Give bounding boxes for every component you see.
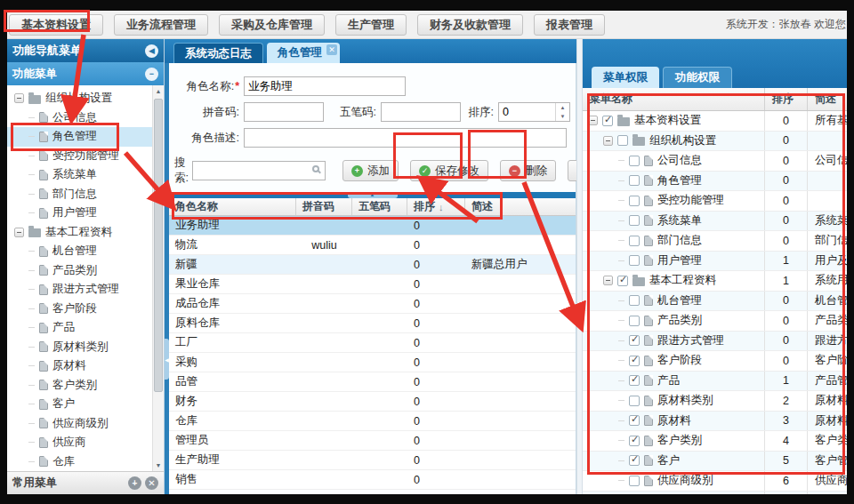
sidebar-item[interactable]: 原材料 [7, 356, 164, 376]
perm-tree-row[interactable]: 公司信息0公司信 [583, 151, 847, 172]
perm-checkbox[interactable] [617, 276, 628, 286]
add-circle-icon[interactable]: + [128, 476, 141, 490]
wubi-input[interactable] [381, 102, 461, 122]
sidebar-item[interactable]: 仓库 [7, 452, 164, 472]
perm-tree-row[interactable]: 机台管理0机台管 [583, 292, 847, 312]
role-name-input[interactable] [244, 76, 406, 96]
sidebar-section-bar[interactable]: 功能菜单 − [7, 62, 164, 85]
perm-tree-row[interactable]: 部门信息0部门信 [583, 231, 847, 252]
search-icon[interactable] [312, 165, 319, 172]
sidebar-item[interactable]: 供应商级别 [7, 414, 164, 434]
sidebar-item[interactable]: 受控功能管理 [7, 147, 164, 166]
sidebar-item[interactable]: 客户类别 [7, 376, 164, 396]
panel-divider[interactable] [576, 39, 583, 494]
tab-role-management[interactable]: 角色管理 ✕ [267, 43, 340, 63]
table-row[interactable]: 成品仓库0 [169, 294, 576, 314]
sidebar-item[interactable]: 公司信息 [7, 108, 164, 128]
scrollbar-thumb[interactable] [154, 99, 163, 392]
expand-icon[interactable] [603, 136, 613, 146]
sort-input[interactable] [499, 103, 555, 121]
table-row[interactable]: 工厂0 [169, 333, 576, 353]
scroll-down-icon[interactable]: ▼ [153, 460, 164, 471]
delete-button[interactable]: − 删除 [500, 160, 556, 181]
perm-tree-row[interactable]: 基本工程资料1系统用 [583, 271, 847, 292]
perm-checkbox[interactable] [629, 335, 640, 346]
perm-checkbox[interactable] [629, 396, 640, 406]
perm-checkbox[interactable] [629, 156, 640, 166]
perm-checkbox[interactable] [629, 375, 640, 386]
table-row[interactable]: 仓库0 [169, 412, 576, 431]
top-menu-item[interactable]: 生产管理 [335, 14, 407, 36]
sidebar-item[interactable]: 系统菜单 [7, 165, 164, 185]
table-row[interactable]: 管理员0 [169, 431, 576, 451]
sidebar-item[interactable]: 基本工程资料 [7, 223, 164, 243]
perm-checkbox[interactable] [602, 116, 613, 126]
sidebar-item[interactable]: 机台管理 [7, 242, 164, 261]
col-pinyin[interactable]: 拼音码 [296, 198, 352, 215]
expand-icon[interactable] [14, 228, 24, 237]
tab-function-permissions[interactable]: 功能权限 [663, 67, 732, 88]
sidebar-item[interactable]: 客户 [7, 395, 164, 414]
role-desc-input[interactable] [244, 128, 567, 148]
col-sort[interactable]: 排序↓ [407, 198, 465, 215]
top-menu-item[interactable]: 报表管理 [534, 14, 605, 36]
perm-checkbox[interactable] [629, 236, 640, 246]
pinyin-input[interactable] [244, 102, 324, 122]
sidebar-item[interactable]: 跟进方式管理 [7, 280, 164, 300]
sidebar-item[interactable]: 产品 [7, 318, 164, 338]
minus-circle-icon[interactable]: − [145, 68, 158, 81]
perm-tree-row[interactable]: 角色管理0 [583, 172, 847, 192]
perm-tree-row[interactable]: 跟进方式管理0跟进方 [583, 332, 847, 352]
perm-tree-row[interactable]: 产品1产品管 [583, 372, 847, 392]
save-button[interactable]: ✓ 保存修改 [410, 160, 488, 181]
table-row[interactable]: 原料仓库0 [169, 314, 576, 333]
perm-checkbox[interactable] [629, 175, 640, 186]
perm-checkbox[interactable] [629, 415, 640, 426]
splitter-handle-icon[interactable]: ▲ [348, 192, 398, 198]
tab-system-log[interactable]: 系统动态日志 [173, 43, 263, 63]
top-menu-item[interactable]: 基本资料设置 [9, 14, 103, 36]
perm-checkbox[interactable] [617, 135, 628, 146]
top-menu-item[interactable]: 财务及收款管理 [417, 14, 523, 36]
perm-checkbox[interactable] [629, 295, 640, 306]
sidebar-item[interactable]: 原材料类别 [7, 338, 164, 357]
table-row[interactable]: 采购0 [169, 353, 576, 372]
perm-tree-row[interactable]: 原材料类别2原材料 [583, 391, 847, 412]
col-perm-desc[interactable]: 简述 [808, 88, 847, 110]
table-row[interactable]: 物流wuliu0 [169, 236, 576, 255]
sidebar-item[interactable]: 供应商 [7, 433, 164, 452]
perm-tree-row[interactable]: 客户类别4客户类 [583, 431, 847, 452]
search-input[interactable] [192, 161, 326, 180]
sidebar-item[interactable]: 产品类别 [7, 261, 164, 281]
sidebar-item[interactable]: 部门信息 [7, 185, 164, 204]
table-row[interactable]: 业务助理0 [169, 216, 576, 236]
perm-tree-row[interactable]: 基本资料设置0所有基 [583, 111, 847, 132]
table-row[interactable]: 生产助理0 [169, 451, 576, 470]
table-row[interactable]: 果业仓库0 [169, 275, 576, 294]
perm-tree-row[interactable]: 客户5客户管 [583, 452, 847, 472]
perm-tree-row[interactable]: 客户阶段0客户阶 [583, 351, 847, 372]
collapse-sidebar-icon[interactable]: ◀ [145, 44, 158, 58]
tab-close-icon[interactable]: ✕ [326, 44, 337, 55]
sidebar-item[interactable]: 客户阶段 [7, 300, 164, 319]
table-row[interactable]: 销售0 [169, 470, 576, 490]
table-row[interactable]: 财务0 [169, 392, 576, 412]
perm-tree-row[interactable]: 用户管理1用户及 [583, 252, 847, 272]
perm-checkbox[interactable] [629, 255, 640, 266]
expand-icon[interactable] [14, 93, 24, 103]
perm-tree-row[interactable]: 供应商 [583, 492, 847, 495]
perm-checkbox[interactable] [629, 215, 640, 226]
top-menu-item[interactable]: 业务流程管理 [114, 14, 208, 36]
perm-checkbox[interactable] [629, 455, 640, 466]
perm-tree-row[interactable]: 原材料3原材料 [583, 412, 847, 432]
perm-checkbox[interactable] [629, 196, 640, 206]
sidebar-item[interactable]: 角色管理 [7, 127, 164, 147]
add-button[interactable]: + 添加 [342, 160, 399, 181]
col-menu-name[interactable]: 菜单名称 [583, 88, 765, 110]
sidebar-scrollbar[interactable]: ▲ ▼ [152, 85, 164, 471]
table-row[interactable]: 新疆0新疆总用户 [169, 255, 576, 275]
perm-tree-row[interactable]: 供应商级别6供应商 [583, 471, 847, 492]
panel-splitter[interactable]: ▲ [169, 192, 576, 198]
perm-tree-row[interactable]: 受控功能管理0 [583, 191, 847, 212]
top-menu-item[interactable]: 采购及仓库管理 [219, 14, 325, 36]
